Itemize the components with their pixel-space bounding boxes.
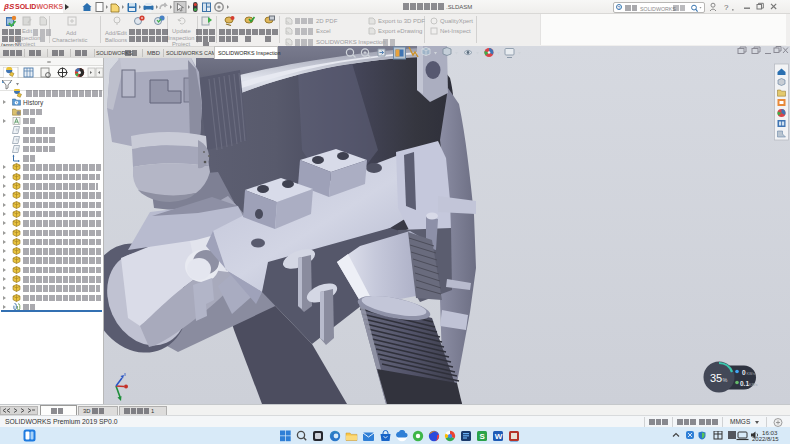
svg-text:0: 0 [742,369,746,376]
svg-text:35: 35 [710,372,722,384]
svg-text:S: S [480,432,486,441]
svg-text:W: W [495,432,503,441]
svg-text:KB/s: KB/s [747,371,755,376]
svg-text:%: % [723,377,728,383]
svg-text:0.1: 0.1 [740,380,749,387]
svg-text:?: ? [724,3,729,12]
svg-text:KB/s: KB/s [749,382,757,387]
